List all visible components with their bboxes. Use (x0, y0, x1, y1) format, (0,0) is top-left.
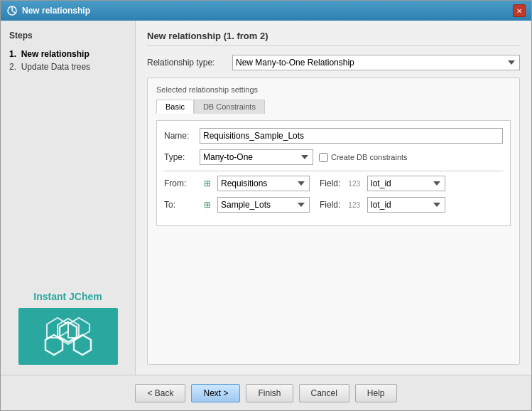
separator-1 (164, 171, 503, 171)
relationship-type-row: Relationship type: New Many-to-One Relat… (147, 55, 520, 70)
next-button[interactable]: Next > (191, 384, 240, 402)
tabs: Basic DB Constraints (156, 100, 511, 114)
name-input[interactable] (200, 128, 503, 144)
from-field-label: Field: (320, 178, 340, 188)
type-row: Type: Many-to-One Create DB constraints (164, 149, 503, 165)
main-window: New relationship ✕ Steps 1. New relation… (0, 0, 532, 411)
to-field-type-icon: 123 (348, 201, 360, 209)
to-table-select[interactable]: Sample_Lots (217, 197, 310, 213)
relationship-type-select[interactable]: New Many-to-One Relationship (232, 55, 520, 70)
brand-logo (18, 308, 118, 365)
back-button[interactable]: < Back (135, 384, 185, 402)
main-content: Steps 1. New relationship 2. Update Data… (1, 21, 531, 375)
settings-box: Selected relationship settings Basic DB … (147, 78, 520, 365)
panel-title: New relationship (1. from 2) (147, 31, 520, 46)
step-1: 1. New relationship (9, 48, 126, 60)
window-title: New relationship (22, 6, 90, 16)
svg-marker-8 (74, 335, 91, 355)
name-row: Name: (164, 128, 503, 144)
settings-title: Selected relationship settings (156, 85, 511, 94)
from-field-type-icon: 123 (348, 180, 360, 188)
right-panel: New relationship (1. from 2) Relationshi… (136, 21, 531, 375)
sidebar: Steps 1. New relationship 2. Update Data… (1, 21, 136, 375)
from-table-icon: ⊞ (204, 178, 211, 188)
to-row: To: ⊞ Sample_Lots Field: 123 lot_id (164, 197, 503, 213)
to-field-label: Field: (320, 200, 340, 210)
create-db-constraints-checkbox[interactable] (319, 153, 328, 162)
window-icon (6, 5, 18, 16)
steps-list: 1. New relationship 2. Update Data trees (9, 48, 126, 73)
from-label: From: (164, 178, 200, 188)
help-button[interactable]: Help (355, 384, 397, 402)
step-2: 2. Update Data trees (9, 60, 126, 73)
name-label: Name: (164, 131, 200, 141)
to-label: To: (164, 200, 200, 210)
logo-icon (43, 315, 93, 358)
type-label: Type: (164, 152, 200, 162)
finish-button[interactable]: Finish (246, 384, 293, 402)
footer: < Back Next > Finish Cancel Help (1, 375, 531, 410)
create-db-constraints-label: Create DB constraints (319, 153, 408, 162)
to-table-icon: ⊞ (204, 200, 211, 210)
steps-heading: Steps (9, 31, 126, 41)
svg-line-2 (12, 11, 15, 13)
from-field-select[interactable]: lot_id (367, 176, 445, 191)
tab-basic[interactable]: Basic (156, 100, 194, 114)
sidebar-bottom: Instant JChem (9, 291, 126, 365)
cancel-button[interactable]: Cancel (299, 384, 349, 402)
relationship-type-label: Relationship type: (147, 58, 232, 68)
tab-content: Name: Type: Many-to-One Create DB constr… (156, 120, 511, 226)
to-field-select[interactable]: lot_id (367, 197, 445, 213)
from-row: From: ⊞ Requisitions Field: 123 lot_id (164, 176, 503, 191)
from-table-select[interactable]: Requisitions (217, 176, 310, 191)
tab-db-constraints[interactable]: DB Constraints (194, 100, 265, 114)
brand-label: Instant JChem (33, 291, 102, 302)
type-select[interactable]: Many-to-One (200, 149, 313, 165)
close-button[interactable]: ✕ (513, 4, 526, 17)
title-bar: New relationship ✕ (1, 1, 531, 21)
